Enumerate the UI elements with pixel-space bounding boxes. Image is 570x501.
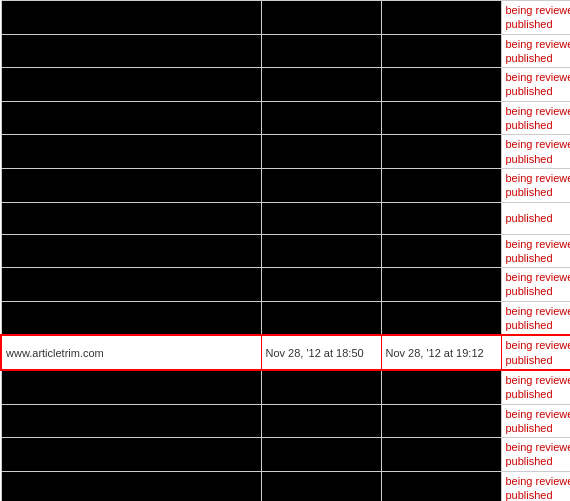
row-black-date1-cell [261, 34, 381, 68]
table-row: being reviewed or published [1, 268, 570, 302]
row-black-date2-cell [381, 135, 501, 169]
row-black-date1-cell [261, 370, 381, 404]
table-row: being reviewed or published [1, 438, 570, 472]
row-status-cell: being reviewed or published [501, 135, 570, 169]
row-status-cell: being reviewed or published [501, 101, 570, 135]
row-status-cell: being reviewed or published [501, 404, 570, 438]
row-black-date1-cell [261, 268, 381, 302]
row-date1-cell: Nov 28, '12 at 18:50 [261, 335, 381, 370]
row-black-date1-cell [261, 168, 381, 202]
row-black-cell [1, 234, 261, 268]
row-status-cell: being reviewed or published [501, 268, 570, 302]
row-black-date1-cell [261, 301, 381, 335]
row-black-date1-cell [261, 438, 381, 472]
row-status-cell: being reviewed or published [501, 34, 570, 68]
row-black-cell [1, 471, 261, 501]
row-black-date1-cell [261, 101, 381, 135]
row-black-cell [1, 202, 261, 234]
table-row: being reviewed or published [1, 135, 570, 169]
row-status-cell: being reviewed or published [501, 370, 570, 404]
table-row: being reviewed or published [1, 370, 570, 404]
row-black-date2-cell [381, 202, 501, 234]
row-black-cell [1, 1, 261, 35]
table-row: published [1, 202, 570, 234]
table-row: being reviewed or published [1, 234, 570, 268]
row-black-cell [1, 68, 261, 102]
table-row: being reviewed or published [1, 471, 570, 501]
row-black-cell [1, 370, 261, 404]
row-black-date1-cell [261, 68, 381, 102]
row-black-date2-cell [381, 34, 501, 68]
row-black-cell [1, 404, 261, 438]
row-status-cell: being reviewed or published [501, 1, 570, 35]
row-black-cell [1, 34, 261, 68]
table-row: being reviewed or published [1, 404, 570, 438]
row-black-date2-cell [381, 268, 501, 302]
row-black-date2-cell [381, 234, 501, 268]
row-status-cell: being reviewed or published [501, 335, 570, 370]
table-row: being reviewed or published [1, 301, 570, 335]
row-status-cell: being reviewed or published [501, 301, 570, 335]
table-row: www.articletrim.comNov 28, '12 at 18:50N… [1, 335, 570, 370]
row-black-cell [1, 101, 261, 135]
row-black-date2-cell [381, 404, 501, 438]
row-black-date2-cell [381, 68, 501, 102]
row-status-cell: being reviewed or published [501, 234, 570, 268]
row-status-cell: being reviewed or published [501, 168, 570, 202]
row-status-cell: being reviewed or published [501, 471, 570, 501]
row-status-cell: published [501, 202, 570, 234]
row-date2-cell: Nov 28, '12 at 19:12 [381, 335, 501, 370]
row-black-date1-cell [261, 202, 381, 234]
row-black-date1-cell [261, 135, 381, 169]
row-black-date1-cell [261, 404, 381, 438]
row-black-cell [1, 438, 261, 472]
row-status-cell: being reviewed or published [501, 68, 570, 102]
row-black-cell [1, 168, 261, 202]
row-black-date2-cell [381, 471, 501, 501]
table-row: being reviewed or published [1, 68, 570, 102]
table-row: being reviewed or published [1, 34, 570, 68]
row-black-date2-cell [381, 101, 501, 135]
data-table: being reviewed or publishedbeing reviewe… [0, 0, 570, 501]
row-black-cell [1, 135, 261, 169]
table-row: being reviewed or published [1, 101, 570, 135]
row-status-cell: being reviewed or published [501, 438, 570, 472]
row-black-date2-cell [381, 168, 501, 202]
table-row: being reviewed or published [1, 1, 570, 35]
row-black-cell [1, 301, 261, 335]
row-black-date1-cell [261, 471, 381, 501]
table-container: being reviewed or publishedbeing reviewe… [0, 0, 570, 501]
row-black-date2-cell [381, 1, 501, 35]
row-main-cell: www.articletrim.com [1, 335, 261, 370]
row-black-date1-cell [261, 234, 381, 268]
row-black-date2-cell [381, 438, 501, 472]
row-black-date2-cell [381, 301, 501, 335]
row-black-cell [1, 268, 261, 302]
table-row: being reviewed or published [1, 168, 570, 202]
row-black-date1-cell [261, 1, 381, 35]
row-black-date2-cell [381, 370, 501, 404]
